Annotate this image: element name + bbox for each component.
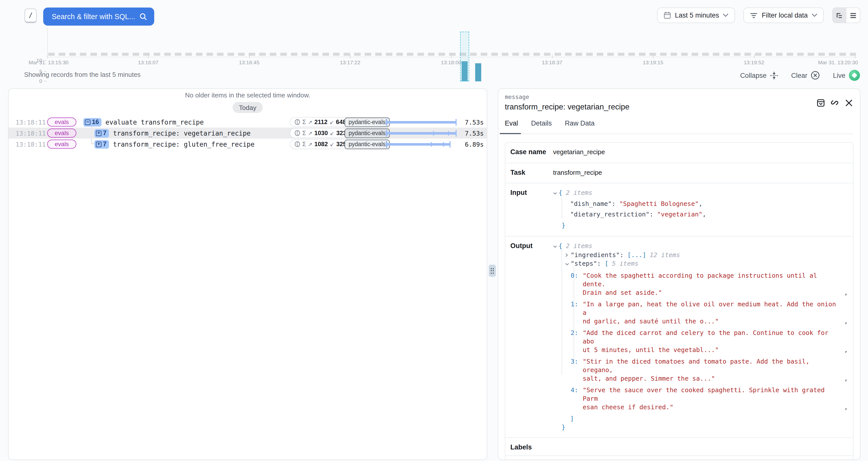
x-axis-tick <box>249 55 250 58</box>
trace-row[interactable]: 13:18:11evals−16evaluate transform_recip… <box>8 117 487 128</box>
caret-down-icon[interactable] <box>565 259 569 268</box>
metric-value: 208 <box>585 460 641 460</box>
service-tag-evals: evals <box>47 118 76 127</box>
json-array-item: 1:"In a large pan, heat the olive oil ov… <box>553 300 850 325</box>
x-axis-tick-label: 13:17:22 <box>340 59 361 65</box>
json-string-value: "Stir in the diced tomatoes and tomato p… <box>583 357 809 382</box>
case-name-label: Case name <box>510 148 546 156</box>
search-button[interactable]: Search & filter with SQL... <box>43 7 154 26</box>
tree-view-toggle[interactable] <box>833 8 846 23</box>
json-open-line: {2 items <box>553 242 850 250</box>
calendar-icon <box>663 11 671 19</box>
search-icon <box>139 12 147 21</box>
records-timeline-chart[interactable]: 1050Mar 31. 13:15:3013:16:0713:16:4513:1… <box>0 26 868 67</box>
x-axis-tick <box>754 55 754 58</box>
tree-list-icon <box>836 12 843 18</box>
tab-raw-data[interactable]: Raw Data <box>565 120 596 133</box>
token-metrics-pill: Σ↗1030↙323 <box>290 128 351 138</box>
field-row-task: Task transform_recipe <box>505 163 853 183</box>
clear-label: Clear <box>791 71 807 79</box>
dock-panel-icon[interactable] <box>816 98 825 107</box>
span-name: transform_recipe: gluten_free_recipe <box>113 141 255 148</box>
logfire-live-view: / Search & filter with SQL... Last 5 min… <box>0 0 868 461</box>
duration-text: 7.53s <box>453 118 484 126</box>
flat-list-view-toggle[interactable] <box>846 8 860 23</box>
live-toggle[interactable]: Live <box>833 70 860 81</box>
time-range-dropdown[interactable]: Last 5 minutes <box>657 7 735 23</box>
trace-list-panel: No older items in the selected time wind… <box>8 88 487 460</box>
json-string-value: "Add the diced carrot and celery to the … <box>583 329 828 353</box>
close-brace: } <box>562 221 565 229</box>
json-array-item: 0:"Cook the spaghetti according to packa… <box>553 271 850 297</box>
input-tokens-arrow-icon: ↗ <box>308 141 312 147</box>
child-count-badge[interactable]: +7 <box>94 129 109 137</box>
x-axis-tick <box>148 55 149 58</box>
expand-plus-icon: + <box>96 130 101 136</box>
detail-title: transform_recipe: vegetarian_recipe <box>505 102 854 112</box>
json-string-value: "Spaghetti Bolognese" <box>619 199 699 207</box>
child-count: 7 <box>103 141 106 148</box>
x-axis-tick <box>855 55 856 58</box>
trace-rows: 13:18:11evals−16evaluate transform_recip… <box>8 117 487 150</box>
copy-link-icon[interactable] <box>830 98 839 107</box>
filter-local-data-dropdown[interactable]: Filter local data <box>744 7 824 23</box>
clear-circle-x-icon <box>811 71 820 80</box>
caret-down-icon[interactable] <box>553 187 558 198</box>
caret-right-icon[interactable] <box>565 250 569 259</box>
status-row: Showing records from the last 5 minutes … <box>0 69 868 81</box>
json-close-line: } <box>562 220 850 230</box>
duration-bar-end-cap <box>449 141 451 147</box>
x-axis-tick-label: 13:19:52 <box>744 59 764 65</box>
collapse-vertical-icon <box>770 71 778 80</box>
json-array-open-line: "steps": [5 items <box>565 259 850 268</box>
json-string-value: "In a large pan, heat the olive oil over… <box>583 300 836 325</box>
output-json-viewer[interactable]: {2 items"ingredients": [...]12 items"ste… <box>553 237 853 437</box>
array-index: 4: <box>570 386 578 394</box>
array-index: 1: <box>570 300 578 308</box>
item-count: 5 items <box>612 259 639 267</box>
record-kind-label: message <box>505 93 854 100</box>
duration-bar-fill <box>386 121 457 123</box>
child-count-badge[interactable]: −16 <box>83 118 101 126</box>
indent-guide <box>562 197 562 218</box>
duration-bar-tick <box>448 131 449 135</box>
open-brace: { <box>559 242 562 250</box>
duration-bar-tick <box>431 142 432 146</box>
tab-eval[interactable]: Eval <box>505 120 519 133</box>
x-axis-tick-label: Mar 31. 13:20:30 <box>818 59 858 65</box>
child-count: 16 <box>92 119 99 126</box>
duration-text: 6.89s <box>453 141 484 148</box>
collapse-minus-icon: − <box>85 119 90 125</box>
collapse-button[interactable]: Collapse <box>740 71 778 80</box>
tokens-coin-icon <box>294 141 300 147</box>
tokens-coin-icon <box>294 119 300 125</box>
close-icon[interactable] <box>844 98 853 107</box>
trace-row[interactable]: 13:18:11evals+7transform_recipe: gluten_… <box>8 139 487 150</box>
item-count: 12 items <box>650 251 680 258</box>
child-count-badge[interactable]: +7 <box>94 140 109 148</box>
zero-baseline-dashes <box>48 53 856 56</box>
x-axis-line <box>47 57 857 57</box>
comma: , <box>703 210 706 218</box>
comma: , <box>699 199 703 207</box>
clear-button[interactable]: Clear <box>791 71 820 80</box>
json-array-item: 4:"Serve the sauce over the cooked spagh… <box>553 386 850 411</box>
duration-bar <box>386 139 451 150</box>
chevron-down-icon <box>723 13 728 17</box>
date-pill-today[interactable]: Today <box>232 102 263 113</box>
task-value: transform_recipe <box>553 163 853 182</box>
x-axis-tick <box>653 55 653 58</box>
view-mode-toggle <box>832 7 861 23</box>
field-row-case-name: Case name vegetarian_recipe <box>505 143 853 163</box>
json-collapsed-array-line[interactable]: "ingredients": [...]12 items <box>565 250 850 259</box>
caret-down-icon[interactable] <box>553 242 558 250</box>
tab-details[interactable]: Details <box>531 120 553 133</box>
x-axis-tick-label: 13:16:45 <box>239 59 259 65</box>
panel-resize-handle[interactable] <box>489 265 496 277</box>
duration-bar <box>386 117 457 128</box>
detail-panel: message transform_recipe: vegetarian_rec… <box>498 88 861 460</box>
input-json-viewer[interactable]: {2 items"dish_name": "Spaghetti Bolognes… <box>553 183 853 236</box>
duration-bar-fill <box>386 132 457 134</box>
trace-row[interactable]: 13:18:11evals+7transform_recipe: vegetar… <box>8 128 487 139</box>
duration-bar-tick <box>433 131 434 135</box>
